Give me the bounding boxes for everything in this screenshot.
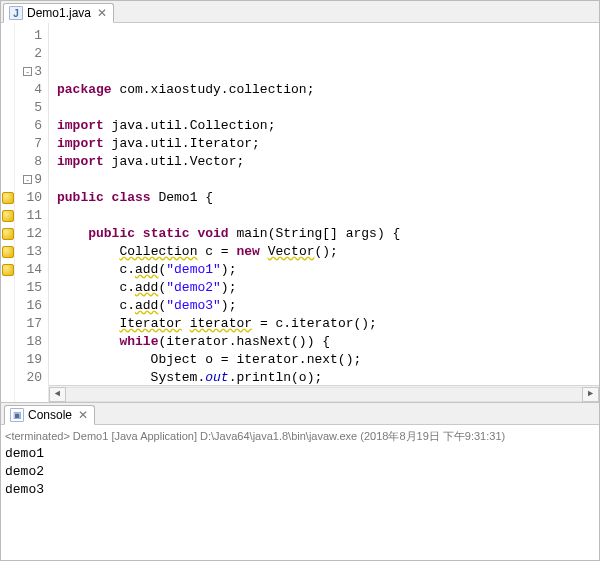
line-number: 15 [15,279,42,297]
line-number: 7 [15,135,42,153]
code-line[interactable]: c.add("demo3"); [57,297,599,315]
line-number: 16 [15,297,42,315]
line-number: 14 [15,261,42,279]
line-number: 4 [15,81,42,99]
code-line[interactable]: Object o = iterator.next(); [57,351,599,369]
line-number: 18 [15,333,42,351]
code-area[interactable]: package com.xiaostudy.collection;import … [49,23,599,402]
scroll-track[interactable] [66,387,582,402]
line-number: -3 [15,63,42,81]
line-number: 19 [15,351,42,369]
line-number: 8 [15,153,42,171]
code-line[interactable] [57,99,599,117]
line-number: 12 [15,225,42,243]
console-output-line: demo3 [5,481,595,499]
code-line[interactable]: c.add("demo1"); [57,261,599,279]
code-line[interactable]: while(iterator.hasNext()) { [57,333,599,351]
line-number: 10 [15,189,42,207]
editor-tab-label: Demo1.java [27,6,91,20]
line-number: -9 [15,171,42,189]
line-number: 6 [15,117,42,135]
console-view[interactable]: <terminated> Demo1 [Java Application] D:… [1,425,599,560]
code-line[interactable]: import java.util.Collection; [57,117,599,135]
code-line[interactable]: import java.util.Vector; [57,153,599,171]
editor-tab-demo1[interactable]: J Demo1.java ✕ [3,3,114,23]
line-number: 13 [15,243,42,261]
line-number: 1 [15,27,42,45]
ide-window: J Demo1.java ✕ 12-345678-910111213141516… [0,0,600,561]
horizontal-scrollbar[interactable]: ◄ ► [49,385,599,402]
scroll-right-arrow-icon[interactable]: ► [582,387,599,402]
console-tab-label: Console [28,408,72,422]
console-tab[interactable]: ▣ Console ✕ [4,405,95,425]
code-line[interactable]: Collection c = new Vector(); [57,243,599,261]
line-number-gutter: 12-345678-91011121314151617181920 [15,23,49,402]
code-line[interactable]: import java.util.Iterator; [57,135,599,153]
fold-minus-icon[interactable]: - [23,175,32,184]
warning-marker-icon[interactable] [2,228,14,240]
line-number: 20 [15,369,42,387]
code-line[interactable]: public static void main(String[] args) { [57,225,599,243]
code-line[interactable]: Iterator iterator = c.iterator(); [57,315,599,333]
console-tabbar: ▣ Console ✕ [1,403,599,425]
fold-minus-icon[interactable]: - [23,67,32,76]
line-number: 11 [15,207,42,225]
close-icon[interactable]: ✕ [78,408,88,422]
editor-tabbar: J Demo1.java ✕ [1,1,599,23]
scroll-left-arrow-icon[interactable]: ◄ [49,387,66,402]
console-status-line: <terminated> Demo1 [Java Application] D:… [5,427,595,445]
code-line[interactable] [57,171,599,189]
code-line[interactable]: package com.xiaostudy.collection; [57,81,599,99]
code-editor[interactable]: 12-345678-91011121314151617181920 packag… [1,23,599,403]
code-line[interactable]: public class Demo1 { [57,189,599,207]
line-number: 17 [15,315,42,333]
warning-marker-icon[interactable] [2,210,14,222]
code-line[interactable] [57,207,599,225]
close-icon[interactable]: ✕ [97,6,107,20]
java-file-icon: J [9,6,23,20]
marker-bar [1,23,15,402]
console-output-line: demo1 [5,445,595,463]
warning-marker-icon[interactable] [2,246,14,258]
warning-marker-icon[interactable] [2,264,14,276]
console-icon: ▣ [10,408,24,422]
line-number: 2 [15,45,42,63]
warning-marker-icon[interactable] [2,192,14,204]
console-output-line: demo2 [5,463,595,481]
code-line[interactable]: c.add("demo2"); [57,279,599,297]
line-number: 5 [15,99,42,117]
console-output: demo1demo2demo3 [5,445,595,499]
